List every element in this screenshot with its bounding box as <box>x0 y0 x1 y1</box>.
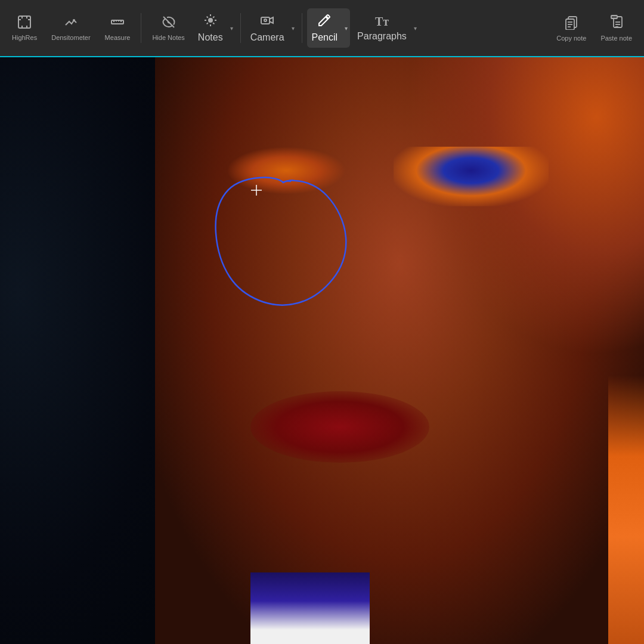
notes-icon <box>203 13 218 30</box>
svg-rect-0 <box>18 16 30 28</box>
pencil-icon <box>317 13 332 30</box>
paste-note-label: Paste note <box>600 35 632 42</box>
measure-icon <box>110 15 125 32</box>
notes-button[interactable]: Notes ▾ <box>193 8 236 48</box>
svg-rect-10 <box>261 17 270 24</box>
copy-note-icon <box>564 14 579 32</box>
svg-rect-18 <box>611 16 617 18</box>
notes-dropdown-arrow[interactable]: ▾ <box>228 16 236 40</box>
paragraphs-icon: Tт <box>375 15 389 29</box>
highres-icon <box>17 15 32 32</box>
orange-highlight <box>405 57 644 355</box>
divider-2 <box>240 13 241 43</box>
camera-label: Camera <box>250 32 284 43</box>
pencil-button[interactable]: Pencil ▾ <box>307 8 351 48</box>
densitometer-icon <box>64 15 78 32</box>
densitometer-label: Densitometer <box>51 34 90 41</box>
paste-note-button[interactable]: Paste note <box>595 10 638 47</box>
paragraphs-main[interactable]: Tт Paragraphs <box>352 10 411 47</box>
hide-notes-label: Hide Notes <box>152 34 184 41</box>
highres-button[interactable]: HighRes <box>6 10 43 46</box>
densitometer-button[interactable]: Densitometer <box>45 10 96 46</box>
measure-label: Measure <box>105 34 131 41</box>
lips-area <box>250 391 429 463</box>
hide-notes-icon <box>162 15 176 32</box>
camera-icon <box>260 13 274 30</box>
notes-label: Notes <box>198 32 223 43</box>
paragraphs-dropdown-arrow[interactable]: ▾ <box>411 16 419 40</box>
divider-3 <box>302 13 302 43</box>
image-canvas[interactable] <box>0 57 644 644</box>
camera-button[interactable]: Camera ▾ <box>246 8 297 48</box>
svg-point-3 <box>73 19 75 21</box>
measure-button[interactable]: Measure <box>99 10 137 46</box>
highres-label: HighRes <box>12 34 37 41</box>
notes-main[interactable]: Notes <box>193 8 228 48</box>
divider-1 <box>141 13 141 43</box>
pencil-label: Pencil <box>312 32 338 43</box>
paragraphs-label: Paragraphs <box>357 31 407 42</box>
collar-area <box>250 572 370 644</box>
orange-strip-right <box>608 376 644 644</box>
toolbar: HighRes Densitometer Measure <box>0 0 644 57</box>
svg-point-11 <box>264 19 267 21</box>
svg-point-9 <box>208 18 213 23</box>
eye-shadow-left <box>227 147 346 194</box>
paragraphs-button[interactable]: Tт Paragraphs ▾ <box>352 10 419 47</box>
pencil-main[interactable]: Pencil <box>307 8 343 48</box>
camera-main[interactable]: Camera <box>246 8 289 48</box>
camera-dropdown-arrow[interactable]: ▾ <box>289 16 297 40</box>
paste-note-icon <box>609 14 624 32</box>
copy-note-button[interactable]: Copy note <box>550 10 592 47</box>
portrait-background <box>0 57 644 644</box>
copy-note-label: Copy note <box>556 35 586 42</box>
eye-shadow-right <box>394 147 549 206</box>
pencil-dropdown-arrow[interactable]: ▾ <box>342 16 350 40</box>
hide-notes-button[interactable]: Hide Notes <box>146 10 190 46</box>
